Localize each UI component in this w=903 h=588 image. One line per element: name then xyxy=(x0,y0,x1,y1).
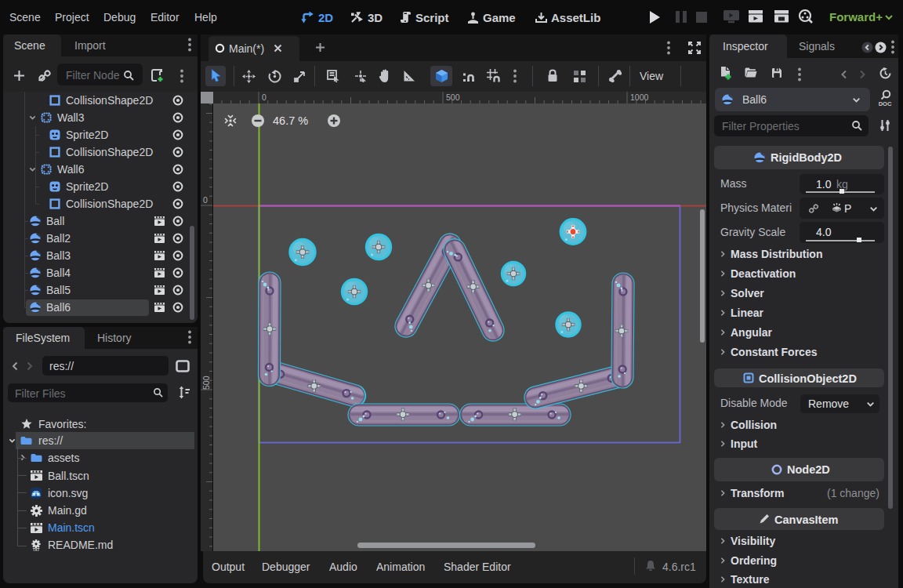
svg-text:1000: 1000 xyxy=(630,93,649,102)
svg-text:0: 0 xyxy=(262,93,267,102)
svg-text:46.7 %: 46.7 % xyxy=(273,114,308,127)
svg-text:TXT: TXT xyxy=(33,548,40,551)
svg-text:500: 500 xyxy=(201,376,211,390)
svg-text:0: 0 xyxy=(203,195,208,205)
svg-text:500: 500 xyxy=(446,93,460,102)
svg-text:DOC: DOC xyxy=(879,100,892,107)
